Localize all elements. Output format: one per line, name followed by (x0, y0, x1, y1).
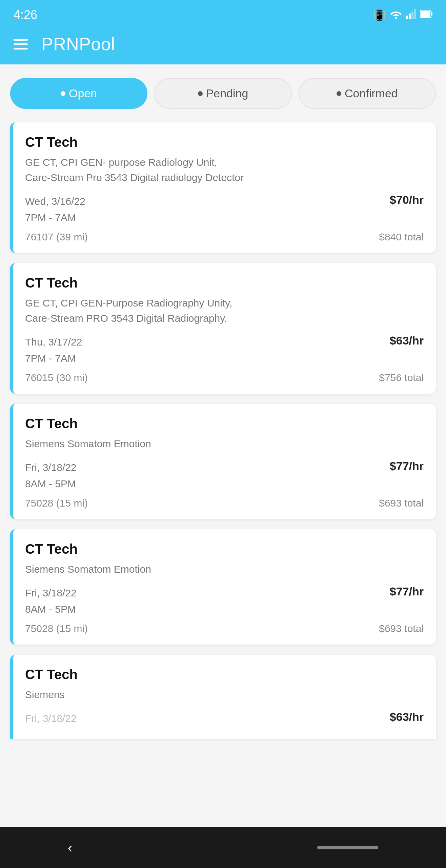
svg-rect-2 (411, 12, 413, 19)
card-desc-1: GE CT, CPI GEN- purpose Radiology Unit,C… (25, 155, 424, 185)
battery-icon (420, 9, 432, 21)
pending-dot (198, 91, 203, 96)
filter-tabs: Open Pending Confirmed (10, 78, 436, 109)
tab-confirmed[interactable]: Confirmed (299, 78, 436, 109)
card-datetime-2: Thu, 3/17/22 7PM - 7AM (25, 334, 82, 367)
card-date-1: Wed, 3/16/22 (25, 193, 85, 210)
card-footer-1: 76107 (39 mi) $840 total (25, 231, 424, 243)
card-title-5: CT Tech (25, 667, 424, 682)
tab-confirmed-label: Confirmed (345, 87, 398, 100)
status-time: 4:26 (14, 8, 37, 22)
card-footer-2: 76015 (30 mi) $756 total (25, 372, 424, 383)
tab-pending[interactable]: Pending (154, 78, 291, 109)
job-card-1[interactable]: CT Tech GE CT, CPI GEN- purpose Radiolog… (10, 122, 436, 253)
card-title-2: CT Tech (25, 275, 424, 291)
card-title-1: CT Tech (25, 135, 424, 150)
card-desc-4: Siemens Somatom Emotion (25, 561, 424, 577)
tab-pending-label: Pending (206, 87, 248, 100)
svg-rect-1 (409, 14, 411, 19)
card-details-5: Fri, 3/18/22 $63/hr (25, 710, 424, 727)
vibrate-icon: 📳 (373, 9, 386, 21)
main-content: Open Pending Confirmed CT Tech GE CT, CP… (0, 64, 446, 752)
card-title-4: CT Tech (25, 541, 424, 557)
card-content-4: CT Tech Siemens Somatom Emotion Fri, 3/1… (13, 529, 436, 645)
card-footer-4: 75028 (15 mi) $693 total (25, 623, 424, 634)
card-rate-5: $63/hr (390, 710, 424, 724)
card-time-2: 7PM - 7AM (25, 350, 82, 367)
wifi-icon (390, 9, 402, 21)
job-card-3[interactable]: CT Tech Siemens Somatom Emotion Fri, 3/1… (10, 404, 436, 519)
app-bar: PRNPool (0, 27, 446, 64)
job-card-4[interactable]: CT Tech Siemens Somatom Emotion Fri, 3/1… (10, 529, 436, 645)
tab-open-label: Open (69, 87, 97, 100)
hamburger-menu-button[interactable] (14, 39, 28, 50)
status-icons: 📳 (373, 9, 432, 21)
app-title: PRNPool (41, 34, 115, 54)
card-rate-1: $70/hr (390, 193, 424, 206)
card-rate-3: $77/hr (390, 459, 424, 473)
card-location-3: 75028 (15 mi) (25, 497, 88, 509)
card-content-1: CT Tech GE CT, CPI GEN- purpose Radiolog… (13, 122, 436, 253)
card-date-2: Thu, 3/17/22 (25, 334, 82, 350)
card-datetime-4: Fri, 3/18/22 8AM - 5PM (25, 585, 77, 617)
card-time-3: 8AM - 5PM (25, 476, 77, 492)
card-details-1: Wed, 3/16/22 7PM - 7AM $70/hr (25, 193, 424, 226)
card-total-4: $693 total (379, 623, 424, 634)
card-content-2: CT Tech GE CT, CPI GEN-Purpose Radiograp… (13, 263, 436, 394)
card-details-4: Fri, 3/18/22 8AM - 5PM $77/hr (25, 585, 424, 617)
job-card-5[interactable]: CT Tech Siemens Fri, 3/18/22 $63/hr (10, 655, 436, 739)
card-rate-2: $63/hr (390, 334, 424, 347)
card-datetime-3: Fri, 3/18/22 8AM - 5PM (25, 459, 77, 492)
card-total-3: $693 total (379, 497, 424, 509)
job-cards-list: CT Tech GE CT, CPI GEN- purpose Radiolog… (10, 122, 436, 739)
back-button[interactable]: ‹ (68, 840, 72, 855)
card-desc-2: GE CT, CPI GEN-Purpose Radiography Unity… (25, 295, 424, 326)
open-dot (61, 91, 65, 96)
svg-rect-0 (406, 16, 408, 19)
card-time-1: 7PM - 7AM (25, 210, 85, 226)
card-rate-4: $77/hr (390, 585, 424, 598)
card-time-4: 8AM - 5PM (25, 601, 77, 617)
card-desc-3: Siemens Somatom Emotion (25, 436, 424, 451)
card-total-1: $840 total (379, 231, 424, 243)
home-indicator[interactable] (317, 846, 378, 849)
bottom-nav-bar: ‹ (0, 827, 446, 868)
card-title-3: CT Tech (25, 416, 424, 431)
signal-icon (406, 9, 416, 21)
card-content-5: CT Tech Siemens Fri, 3/18/22 $63/hr (13, 655, 436, 739)
svg-rect-3 (414, 9, 416, 19)
card-date-4: Fri, 3/18/22 (25, 585, 77, 601)
svg-rect-6 (421, 11, 430, 17)
card-details-3: Fri, 3/18/22 8AM - 5PM $77/hr (25, 459, 424, 492)
card-location-4: 75028 (15 mi) (25, 623, 88, 634)
card-details-2: Thu, 3/17/22 7PM - 7AM $63/hr (25, 334, 424, 367)
status-bar: 4:26 📳 (0, 0, 446, 27)
card-location-1: 76107 (39 mi) (25, 231, 88, 243)
card-footer-3: 75028 (15 mi) $693 total (25, 497, 424, 509)
card-content-3: CT Tech Siemens Somatom Emotion Fri, 3/1… (13, 404, 436, 519)
card-location-2: 76015 (30 mi) (25, 372, 88, 383)
tab-open[interactable]: Open (10, 78, 147, 109)
card-date-3: Fri, 3/18/22 (25, 459, 77, 476)
job-card-2[interactable]: CT Tech GE CT, CPI GEN-Purpose Radiograp… (10, 263, 436, 394)
card-desc-5: Siemens (25, 687, 424, 702)
confirmed-dot (337, 91, 341, 96)
card-total-2: $756 total (379, 372, 424, 383)
card-datetime-5: Fri, 3/18/22 (25, 710, 77, 727)
svg-rect-5 (431, 12, 432, 16)
card-datetime-1: Wed, 3/16/22 7PM - 7AM (25, 193, 85, 226)
card-date-5: Fri, 3/18/22 (25, 710, 77, 727)
